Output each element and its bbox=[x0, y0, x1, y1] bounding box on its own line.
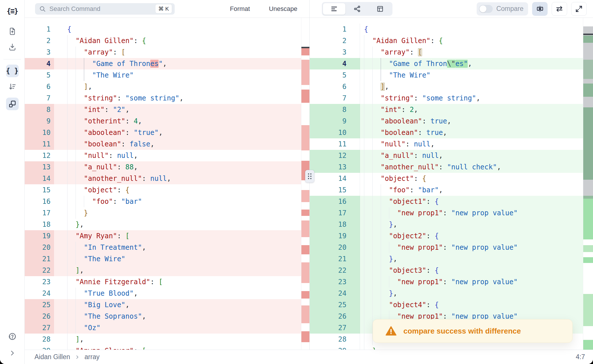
code-line[interactable]: 24 }, bbox=[310, 288, 583, 299]
diff-mark bbox=[301, 262, 309, 283]
code-line[interactable]: 1{ bbox=[25, 24, 301, 35]
diff-mark bbox=[301, 210, 309, 216]
code-line[interactable]: 14 "object": { bbox=[310, 173, 583, 184]
format-button[interactable]: Format bbox=[228, 5, 252, 13]
code-line[interactable]: 4 "Game of Thrones", bbox=[25, 58, 301, 69]
code-line[interactable]: 18 }, bbox=[25, 219, 301, 230]
toast-notification[interactable]: compare success with difference bbox=[373, 319, 573, 343]
code-line[interactable]: 20 "In Treatment", bbox=[25, 242, 301, 253]
right-overview-ruler[interactable] bbox=[583, 18, 593, 350]
fullscreen-button[interactable] bbox=[571, 2, 587, 16]
left-overview-ruler[interactable] bbox=[301, 18, 309, 350]
help-button[interactable] bbox=[6, 330, 19, 343]
code-line[interactable]: 22 "object3": { bbox=[310, 265, 583, 276]
code-line[interactable]: 15 "foo": "bar", bbox=[310, 184, 583, 196]
code-line[interactable]: 3 "array": [ bbox=[310, 47, 583, 58]
compare-mode-button[interactable] bbox=[6, 98, 19, 110]
code-line[interactable]: 16 "object1": { bbox=[310, 196, 583, 207]
right-editor-viewport[interactable]: 1{2 "Aidan Gillen": {3 "array": [4 "Game… bbox=[310, 18, 593, 350]
tab-text-view[interactable] bbox=[323, 3, 345, 15]
diff-mark bbox=[583, 196, 593, 239]
line-number: 5 bbox=[310, 69, 360, 81]
code-line[interactable]: 3 "array": [ bbox=[25, 47, 301, 58]
breadcrumb-root[interactable]: Aidan Gillen bbox=[34, 353, 70, 361]
code-line[interactable]: 27 "Oz" bbox=[25, 322, 301, 334]
code-line[interactable]: 22 ], bbox=[25, 265, 301, 276]
code-line[interactable]: 24 "True Blood", bbox=[25, 288, 301, 299]
upload-file-icon bbox=[8, 27, 17, 36]
line-number: 7 bbox=[25, 92, 54, 104]
text-view-icon bbox=[330, 5, 338, 13]
code-line[interactable]: 9 "aboolean": true, bbox=[310, 115, 583, 127]
code-line[interactable]: 17 "new prop1": "new prop value" bbox=[310, 207, 583, 219]
sort-button[interactable] bbox=[6, 80, 19, 93]
code-line[interactable]: 28 ], bbox=[25, 334, 301, 345]
code-line[interactable]: 15 "object": { bbox=[25, 184, 301, 196]
code-line[interactable]: 20 "new prop1": "new prop value" bbox=[310, 242, 583, 253]
code-line[interactable]: 21 "The Wire" bbox=[25, 253, 301, 265]
search-input[interactable] bbox=[49, 5, 153, 13]
line-number: 14 bbox=[25, 173, 54, 184]
code-line[interactable]: 13 "another_null": "null check", bbox=[310, 161, 583, 173]
code-line[interactable]: 11 "boolean": false, bbox=[25, 138, 301, 150]
line-number: 13 bbox=[310, 161, 360, 173]
code-line[interactable]: 10 "aboolean": "true", bbox=[25, 127, 301, 138]
code-line[interactable]: 26 "The Sopranos", bbox=[25, 311, 301, 322]
code-line[interactable]: 1{ bbox=[310, 24, 583, 35]
swap-icon bbox=[555, 5, 563, 13]
code-line[interactable]: 17 } bbox=[25, 207, 301, 219]
code-line[interactable]: 6 ], bbox=[310, 81, 583, 92]
code-line[interactable]: 14 "another_null": null, bbox=[25, 173, 301, 184]
code-line[interactable]: 12 "null": null, bbox=[25, 150, 301, 161]
upload-file-button[interactable] bbox=[6, 25, 19, 38]
divider-drag-handle[interactable] bbox=[305, 170, 314, 183]
tab-graph-view[interactable] bbox=[346, 3, 368, 15]
code-line[interactable]: 25 "object4": { bbox=[310, 299, 583, 311]
line-number: 19 bbox=[25, 230, 54, 242]
compare-toggle[interactable] bbox=[479, 5, 493, 13]
code-line[interactable]: 5 "The Wire" bbox=[310, 69, 583, 81]
collapse-sidebar-button[interactable] bbox=[6, 347, 19, 359]
code-line[interactable]: 13 "a_null": 88, bbox=[25, 161, 301, 173]
line-number: 3 bbox=[310, 47, 360, 58]
code-line[interactable]: 29 "Anwan Glover": [ bbox=[25, 345, 301, 350]
scrollbar-thumb[interactable] bbox=[583, 26, 593, 199]
left-toolbar: ⌘ K Format Unescape bbox=[25, 0, 309, 18]
code-line[interactable]: 21 }, bbox=[310, 253, 583, 265]
code-line[interactable]: 11 "null": null, bbox=[310, 138, 583, 150]
code-line[interactable]: 2 "Aidan Gillen": { bbox=[25, 35, 301, 47]
code-line[interactable]: 8 "int": "2", bbox=[25, 104, 301, 115]
code-line[interactable]: 7 "string": "some string", bbox=[25, 92, 301, 104]
download-button[interactable] bbox=[6, 41, 19, 53]
code-line[interactable]: 16 "foo": "bar" bbox=[25, 196, 301, 207]
diff-compare-button[interactable] bbox=[532, 2, 548, 16]
code-line[interactable]: 8 "int": 2, bbox=[310, 104, 583, 115]
left-editor-viewport[interactable]: 1{2 "Aidan Gillen": {3 "array": [4 "Game… bbox=[25, 18, 309, 350]
code-line[interactable]: 12 "a_null": null, bbox=[310, 150, 583, 161]
code-line[interactable]: 10 "boolean": true, bbox=[310, 127, 583, 138]
code-line[interactable]: 19 "object2": { bbox=[310, 230, 583, 242]
search-command-box[interactable]: ⌘ K bbox=[35, 3, 175, 15]
breadcrumb-key[interactable]: array bbox=[84, 353, 99, 361]
braces-view-button[interactable]: { } bbox=[6, 65, 19, 77]
code-line[interactable]: 19 "Amy Ryan": [ bbox=[25, 230, 301, 242]
code-line[interactable]: 18 }, bbox=[310, 219, 583, 230]
code-line[interactable]: 9 "otherint": 4, bbox=[25, 115, 301, 127]
code-line[interactable]: 5 "The Wire" bbox=[25, 69, 301, 81]
unescape-button[interactable]: Unescape bbox=[267, 5, 299, 13]
search-icon bbox=[39, 5, 46, 12]
line-number: 25 bbox=[310, 299, 360, 311]
code-line[interactable]: 6 ], bbox=[25, 81, 301, 92]
swap-sides-button[interactable] bbox=[552, 2, 567, 16]
line-number: 29 bbox=[25, 345, 54, 350]
diff-mark bbox=[301, 245, 309, 254]
code-line[interactable]: 23 "new prop1": "new prop value" bbox=[310, 276, 583, 288]
code-line[interactable]: 29 } bbox=[310, 345, 583, 350]
code-line[interactable]: 25 "Big Love", bbox=[25, 299, 301, 311]
diff-mark bbox=[301, 291, 309, 299]
code-line[interactable]: 7 "string": "some string", bbox=[310, 92, 583, 104]
code-line[interactable]: 23 "Annie Fitzgerald": [ bbox=[25, 276, 301, 288]
tab-table-view[interactable] bbox=[369, 3, 391, 15]
code-line[interactable]: 4 "Game of Thron\"es", bbox=[310, 58, 583, 69]
code-line[interactable]: 2 "Aidan Gillen": { bbox=[310, 35, 583, 47]
